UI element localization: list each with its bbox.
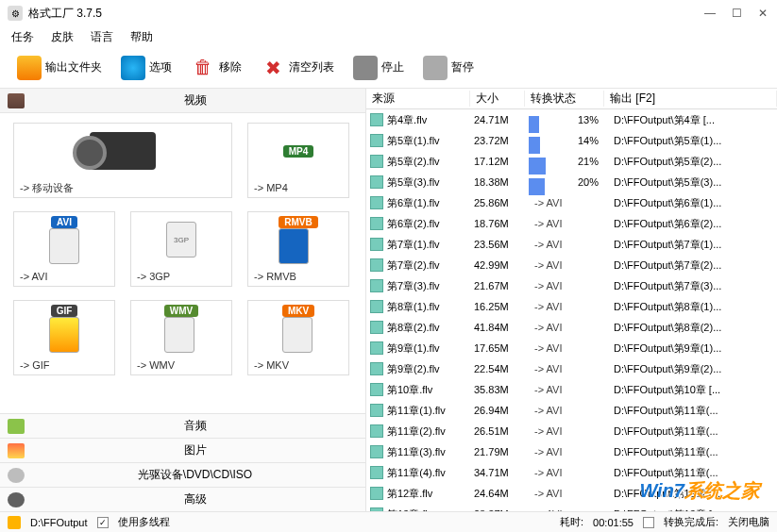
table-row[interactable]: 第4章.flv24.71M13%D:\FFOutput\第4章 [... xyxy=(366,109,777,130)
file-icon xyxy=(370,362,383,375)
table-row[interactable]: 第8章(2).flv41.84M-> AVID:\FFOutput\第8章(2)… xyxy=(366,317,777,338)
file-status: -> AVI xyxy=(529,322,608,333)
progress-text: 21% xyxy=(529,156,608,167)
file-status: -> AVI xyxy=(529,467,608,478)
table-row[interactable]: 第11章(3).flv21.79M-> AVID:\FFOutput\第11章(… xyxy=(366,441,777,462)
file-icon xyxy=(370,238,383,251)
file-icon xyxy=(370,487,383,500)
window-buttons: — ☐ ✕ xyxy=(703,7,769,20)
file-status: -> AVI xyxy=(529,259,608,271)
col-output[interactable]: 输出 [F2] xyxy=(604,91,777,107)
file-status: 13% xyxy=(529,114,608,125)
table-row[interactable]: 第8章(1).flv16.25M-> AVID:\FFOutput\第8章(1)… xyxy=(366,296,777,317)
progress-text: 13% xyxy=(529,114,608,125)
statusbar: D:\FFOutput ✓ 使用多线程 耗时: 00:01:55 转换完成后: … xyxy=(0,511,777,532)
file-icon xyxy=(370,404,383,417)
tile-gif[interactable]: GIF -> GIF xyxy=(13,300,115,375)
col-size[interactable]: 大小 xyxy=(470,91,525,107)
gif-badge: GIF xyxy=(51,305,78,317)
category-disc-label: 光驱设备\DVD\CD\ISO xyxy=(32,467,358,483)
remove-button[interactable]: 🗑 移除 xyxy=(183,52,249,84)
col-status[interactable]: 转换状态 xyxy=(525,91,604,107)
status-text: -> AVI xyxy=(529,467,562,478)
file-size: 23.72M xyxy=(474,135,529,146)
rmvb-badge: RMVB xyxy=(279,216,317,228)
table-row[interactable]: 第7章(1).flv23.56M-> AVID:\FFOutput\第7章(1)… xyxy=(366,234,777,255)
file-size: 17.12M xyxy=(474,156,529,167)
file-list[interactable]: 第4章.flv24.71M13%D:\FFOutput\第4章 [...第5章(… xyxy=(366,109,777,511)
gear-icon xyxy=(8,492,25,507)
category-disc[interactable]: 光驱设备\DVD\CD\ISO xyxy=(0,462,365,487)
close-button[interactable]: ✕ xyxy=(756,7,769,20)
table-row[interactable]: 第11章(1).flv26.94M-> AVID:\FFOutput\第11章(… xyxy=(366,400,777,421)
table-row[interactable]: 第11章(2).flv26.51M-> AVID:\FFOutput\第11章(… xyxy=(366,421,777,441)
gif-file-icon xyxy=(49,317,79,353)
status-text: -> AVI xyxy=(529,425,562,437)
clear-list-button[interactable]: ✖ 清空列表 xyxy=(253,52,342,84)
minimize-button[interactable]: — xyxy=(703,7,717,20)
file-size: 26.94M xyxy=(474,405,529,416)
tile-mp4[interactable]: MP4 -> MP4 xyxy=(247,123,349,198)
file-name: 第8章(1).flv xyxy=(387,300,474,314)
table-row[interactable]: 第10章.flv35.83M-> AVID:\FFOutput\第10章 [..… xyxy=(366,379,777,400)
afterdone-value[interactable]: 关闭电脑 xyxy=(728,515,769,529)
mp4-badge: MP4 xyxy=(283,145,314,158)
table-row[interactable]: 第5章(2).flv17.12M21%D:\FFOutput\第5章(2)... xyxy=(366,151,777,172)
table-row[interactable]: 第9章(1).flv17.65M-> AVID:\FFOutput\第9章(1)… xyxy=(366,338,777,358)
file-name: 第11章(3).flv xyxy=(387,445,474,459)
menu-help[interactable]: 帮助 xyxy=(130,29,153,45)
file-output: D:\FFOutput\第8章(2)... xyxy=(608,321,777,335)
tile-avi[interactable]: AVI -> AVI xyxy=(13,211,115,287)
toolbar: 输出文件夹 选项 🗑 移除 ✖ 清空列表 停止 暂停 xyxy=(0,47,777,89)
table-row[interactable]: 第13章.flv28.37M-> AVID:\FFOutput\第13章 [..… xyxy=(366,504,777,511)
table-row[interactable]: 第12章.flv24.64M-> AVID:\FFOutput\第12章 [..… xyxy=(366,483,777,504)
table-row[interactable]: 第6章(2).flv18.76M-> AVID:\FFOutput\第6章(2)… xyxy=(366,213,777,234)
file-size: 24.71M xyxy=(474,114,529,125)
tile-3gp[interactable]: 3GP -> 3GP xyxy=(130,211,232,287)
tile-mobile[interactable]: -> 移动设备 xyxy=(13,123,232,198)
table-row[interactable]: 第9章(2).flv22.54M-> AVID:\FFOutput\第9章(2)… xyxy=(366,358,777,379)
table-row[interactable]: 第6章(1).flv25.86M-> AVID:\FFOutput\第6章(1)… xyxy=(366,192,777,213)
output-path[interactable]: D:\FFOutput xyxy=(30,517,88,528)
category-video-header[interactable]: 视频 xyxy=(0,89,365,113)
menu-skin[interactable]: 皮肤 xyxy=(51,29,74,45)
tile-wmv[interactable]: WMV -> WMV xyxy=(130,300,232,375)
menu-lang[interactable]: 语言 xyxy=(91,29,113,45)
file-name: 第8章(2).flv xyxy=(387,321,474,335)
options-button[interactable]: 选项 xyxy=(113,52,179,84)
clear-label: 清空列表 xyxy=(289,59,334,75)
window-title: 格式工厂 3.7.5 xyxy=(28,6,703,22)
category-picture[interactable]: 图片 xyxy=(0,438,365,462)
file-size: 21.67M xyxy=(474,280,529,291)
table-row[interactable]: 第5章(3).flv18.38M20%D:\FFOutput\第5章(3)... xyxy=(366,172,777,192)
file-size: 18.38M xyxy=(474,176,529,188)
clear-icon: ✖ xyxy=(261,56,285,80)
file-output: D:\FFOutput\第8章(1)... xyxy=(608,300,777,314)
status-text: -> AVI xyxy=(529,239,562,250)
table-row[interactable]: 第7章(2).flv42.99M-> AVID:\FFOutput\第7章(2)… xyxy=(366,255,777,275)
file-size: 41.84M xyxy=(474,322,529,333)
output-folder-button[interactable]: 输出文件夹 xyxy=(9,52,110,84)
3gp-file-icon: 3GP xyxy=(166,222,196,258)
table-row[interactable]: 第11章(4).flv34.71M-> AVID:\FFOutput\第11章(… xyxy=(366,462,777,483)
file-status: 20% xyxy=(529,176,608,188)
afterdone-checkbox[interactable] xyxy=(643,517,654,528)
col-source[interactable]: 来源 xyxy=(366,91,470,107)
maximize-button[interactable]: ☐ xyxy=(730,7,743,20)
file-output: D:\FFOutput\第6章(1)... xyxy=(608,196,777,210)
table-row[interactable]: 第7章(3).flv21.67M-> AVID:\FFOutput\第7章(3)… xyxy=(366,275,777,296)
pause-button[interactable]: 暂停 xyxy=(415,52,481,84)
table-row[interactable]: 第5章(1).flv23.72M14%D:\FFOutput\第5章(1)... xyxy=(366,130,777,151)
stop-button[interactable]: 停止 xyxy=(346,52,412,84)
file-name: 第4章.flv xyxy=(387,113,474,127)
category-audio-label: 音频 xyxy=(32,418,358,434)
menu-task[interactable]: 任务 xyxy=(11,29,34,45)
category-audio[interactable]: 音频 xyxy=(0,413,365,438)
file-output: D:\FFOutput\第11章(... xyxy=(608,445,777,459)
file-size: 25.86M xyxy=(474,197,529,208)
file-name: 第7章(1).flv xyxy=(387,238,474,252)
category-advanced[interactable]: 高级 xyxy=(0,487,365,511)
tile-mkv[interactable]: MKV -> MKV xyxy=(247,300,349,375)
tile-rmvb[interactable]: RMVB -> RMVB xyxy=(247,211,349,287)
multithread-checkbox[interactable]: ✓ xyxy=(97,517,109,528)
